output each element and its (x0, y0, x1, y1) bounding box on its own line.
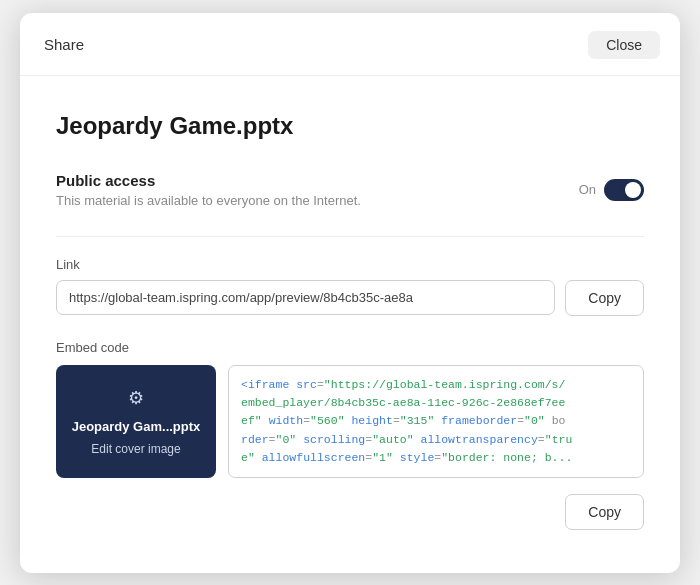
toggle-knob (625, 182, 641, 198)
section-divider (56, 236, 644, 237)
cover-image-title: Jeopardy Gam...pptx (72, 419, 201, 434)
gear-icon: ⚙ (128, 387, 144, 409)
file-title: Jeopardy Game.pptx (56, 112, 644, 140)
cover-edit-label: Edit cover image (91, 442, 180, 456)
public-access-toggle[interactable] (604, 179, 644, 201)
toggle-wrap: On (579, 179, 644, 201)
link-input[interactable] (56, 280, 555, 315)
dialog-body: Jeopardy Game.pptx Public access This ma… (20, 76, 680, 559)
dialog-header: Share Close (20, 13, 680, 76)
dialog-title: Share (44, 36, 84, 53)
embed-section: Embed code ⚙ Jeopardy Gam...pptx Edit co… (56, 340, 644, 531)
public-access-desc: This material is available to everyone o… (56, 193, 361, 208)
copy-link-button[interactable]: Copy (565, 280, 644, 316)
share-dialog: Share Close Jeopardy Game.pptx Public ac… (20, 13, 680, 573)
link-label: Link (56, 257, 644, 272)
public-access-label: Public access (56, 172, 361, 189)
public-access-row: Public access This material is available… (56, 172, 644, 208)
cover-image-box[interactable]: ⚙ Jeopardy Gam...pptx Edit cover image (56, 365, 216, 479)
copy-embed-row: Copy (56, 494, 644, 530)
copy-embed-button[interactable]: Copy (565, 494, 644, 530)
link-section: Link Copy (56, 257, 644, 316)
embed-label: Embed code (56, 340, 644, 355)
toggle-label: On (579, 182, 596, 197)
embed-row: ⚙ Jeopardy Gam...pptx Edit cover image <… (56, 365, 644, 479)
close-button[interactable]: Close (588, 31, 660, 59)
embed-code-box: <iframe src="https://global-team.ispring… (228, 365, 644, 479)
link-row: Copy (56, 280, 644, 316)
public-access-text: Public access This material is available… (56, 172, 361, 208)
